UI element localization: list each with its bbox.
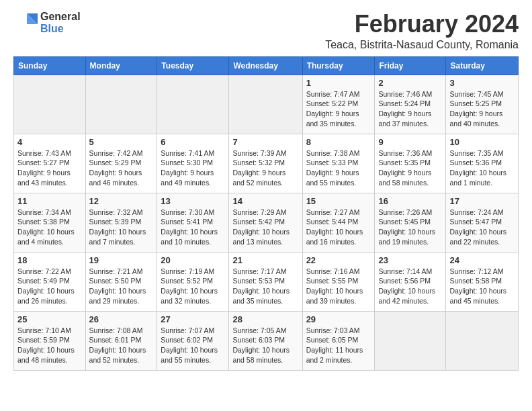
day-number: 17 bbox=[449, 196, 515, 206]
day-info: Sunrise: 7:47 AM Sunset: 5:22 PM Dayligh… bbox=[306, 89, 371, 129]
calendar-week-3: 11Sunrise: 7:34 AM Sunset: 5:38 PM Dayli… bbox=[14, 193, 519, 252]
day-info: Sunrise: 7:45 AM Sunset: 5:25 PM Dayligh… bbox=[449, 89, 515, 129]
day-info: Sunrise: 7:30 AM Sunset: 5:41 PM Dayligh… bbox=[161, 208, 225, 247]
day-number: 25 bbox=[17, 314, 82, 324]
day-number: 1 bbox=[306, 78, 371, 88]
weekday-header-wednesday: Wednesday bbox=[229, 56, 302, 75]
calendar-cell: 8Sunrise: 7:38 AM Sunset: 5:33 PM Daylig… bbox=[302, 134, 375, 193]
calendar-cell: 14Sunrise: 7:29 AM Sunset: 5:42 PM Dayli… bbox=[229, 193, 302, 252]
calendar-cell bbox=[157, 75, 229, 134]
calendar-week-1: 1Sunrise: 7:47 AM Sunset: 5:22 PM Daylig… bbox=[14, 75, 519, 134]
day-info: Sunrise: 7:10 AM Sunset: 5:59 PM Dayligh… bbox=[17, 326, 82, 365]
logo-icon bbox=[13, 11, 38, 35]
calendar-cell: 18Sunrise: 7:22 AM Sunset: 5:49 PM Dayli… bbox=[14, 252, 86, 311]
day-info: Sunrise: 7:22 AM Sunset: 5:49 PM Dayligh… bbox=[17, 267, 82, 306]
calendar-cell: 29Sunrise: 7:03 AM Sunset: 6:05 PM Dayli… bbox=[302, 311, 375, 370]
day-info: Sunrise: 7:12 AM Sunset: 5:58 PM Dayligh… bbox=[449, 267, 515, 306]
day-number: 20 bbox=[161, 255, 225, 265]
calendar-cell: 16Sunrise: 7:26 AM Sunset: 5:45 PM Dayli… bbox=[375, 193, 446, 252]
day-number: 4 bbox=[17, 137, 82, 147]
day-info: Sunrise: 7:42 AM Sunset: 5:29 PM Dayligh… bbox=[89, 148, 154, 188]
day-number: 3 bbox=[449, 78, 515, 88]
day-info: Sunrise: 7:21 AM Sunset: 5:50 PM Dayligh… bbox=[89, 267, 154, 306]
day-number: 23 bbox=[378, 255, 442, 265]
day-number: 6 bbox=[161, 137, 225, 147]
weekday-header-friday: Friday bbox=[375, 56, 446, 75]
calendar-cell: 13Sunrise: 7:30 AM Sunset: 5:41 PM Dayli… bbox=[157, 193, 229, 252]
logo-blue-text: Blue bbox=[40, 23, 81, 35]
day-number: 13 bbox=[161, 196, 225, 206]
weekday-header-sunday: Sunday bbox=[14, 56, 86, 75]
weekday-header-saturday: Saturday bbox=[446, 56, 519, 75]
day-info: Sunrise: 7:14 AM Sunset: 5:56 PM Dayligh… bbox=[378, 267, 442, 306]
calendar-cell: 20Sunrise: 7:19 AM Sunset: 5:52 PM Dayli… bbox=[157, 252, 229, 311]
calendar-cell: 5Sunrise: 7:42 AM Sunset: 5:29 PM Daylig… bbox=[85, 134, 157, 193]
day-info: Sunrise: 7:43 AM Sunset: 5:27 PM Dayligh… bbox=[17, 148, 82, 188]
logo-general-text: General bbox=[40, 11, 81, 23]
weekday-header-thursday: Thursday bbox=[302, 56, 375, 75]
calendar-cell: 9Sunrise: 7:36 AM Sunset: 5:35 PM Daylig… bbox=[375, 134, 446, 193]
calendar-cell: 2Sunrise: 7:46 AM Sunset: 5:24 PM Daylig… bbox=[375, 75, 446, 134]
day-number: 8 bbox=[306, 137, 371, 147]
calendar-header: SundayMondayTuesdayWednesdayThursdayFrid… bbox=[14, 56, 519, 75]
calendar-cell: 11Sunrise: 7:34 AM Sunset: 5:38 PM Dayli… bbox=[14, 193, 86, 252]
day-info: Sunrise: 7:26 AM Sunset: 5:45 PM Dayligh… bbox=[378, 208, 442, 247]
weekday-header-tuesday: Tuesday bbox=[157, 56, 229, 75]
day-number: 19 bbox=[89, 255, 154, 265]
calendar-cell: 1Sunrise: 7:47 AM Sunset: 5:22 PM Daylig… bbox=[302, 75, 375, 134]
day-info: Sunrise: 7:46 AM Sunset: 5:24 PM Dayligh… bbox=[378, 89, 442, 129]
day-number: 16 bbox=[378, 196, 442, 206]
calendar-cell: 22Sunrise: 7:16 AM Sunset: 5:55 PM Dayli… bbox=[302, 252, 375, 311]
day-number: 5 bbox=[89, 137, 154, 147]
calendar-cell: 27Sunrise: 7:07 AM Sunset: 6:02 PM Dayli… bbox=[157, 311, 229, 370]
month-title: February 2024 bbox=[325, 11, 519, 38]
calendar-cell: 26Sunrise: 7:08 AM Sunset: 6:01 PM Dayli… bbox=[85, 311, 157, 370]
day-number: 21 bbox=[232, 255, 298, 265]
day-info: Sunrise: 7:07 AM Sunset: 6:02 PM Dayligh… bbox=[161, 326, 225, 365]
calendar-cell: 23Sunrise: 7:14 AM Sunset: 5:56 PM Dayli… bbox=[375, 252, 446, 311]
day-info: Sunrise: 7:27 AM Sunset: 5:44 PM Dayligh… bbox=[306, 208, 371, 247]
calendar-cell: 6Sunrise: 7:41 AM Sunset: 5:30 PM Daylig… bbox=[157, 134, 229, 193]
day-info: Sunrise: 7:05 AM Sunset: 6:03 PM Dayligh… bbox=[232, 326, 298, 365]
day-number: 22 bbox=[306, 255, 371, 265]
day-info: Sunrise: 7:16 AM Sunset: 5:55 PM Dayligh… bbox=[306, 267, 371, 306]
calendar-cell bbox=[375, 311, 446, 370]
weekday-row: SundayMondayTuesdayWednesdayThursdayFrid… bbox=[14, 56, 519, 75]
calendar-cell: 28Sunrise: 7:05 AM Sunset: 6:03 PM Dayli… bbox=[229, 311, 302, 370]
calendar-cell: 3Sunrise: 7:45 AM Sunset: 5:25 PM Daylig… bbox=[446, 75, 519, 134]
page-header: General Blue February 2024 Teaca, Bistri… bbox=[13, 11, 519, 51]
calendar-cell bbox=[229, 75, 302, 134]
day-info: Sunrise: 7:39 AM Sunset: 5:32 PM Dayligh… bbox=[232, 148, 298, 188]
calendar-cell: 17Sunrise: 7:24 AM Sunset: 5:47 PM Dayli… bbox=[446, 193, 519, 252]
day-number: 29 bbox=[306, 314, 371, 324]
day-number: 18 bbox=[17, 255, 82, 265]
calendar-cell bbox=[446, 311, 519, 370]
calendar-cell: 7Sunrise: 7:39 AM Sunset: 5:32 PM Daylig… bbox=[229, 134, 302, 193]
calendar-table: SundayMondayTuesdayWednesdayThursdayFrid… bbox=[13, 56, 519, 371]
calendar-week-5: 25Sunrise: 7:10 AM Sunset: 5:59 PM Dayli… bbox=[14, 311, 519, 370]
day-number: 2 bbox=[378, 78, 442, 88]
day-number: 26 bbox=[89, 314, 154, 324]
logo-text: General Blue bbox=[40, 11, 81, 34]
calendar-week-2: 4Sunrise: 7:43 AM Sunset: 5:27 PM Daylig… bbox=[14, 134, 519, 193]
day-info: Sunrise: 7:24 AM Sunset: 5:47 PM Dayligh… bbox=[449, 208, 515, 247]
day-number: 10 bbox=[449, 137, 515, 147]
day-info: Sunrise: 7:19 AM Sunset: 5:52 PM Dayligh… bbox=[161, 267, 225, 306]
day-number: 15 bbox=[306, 196, 371, 206]
calendar-cell: 15Sunrise: 7:27 AM Sunset: 5:44 PM Dayli… bbox=[302, 193, 375, 252]
day-number: 24 bbox=[449, 255, 515, 265]
day-info: Sunrise: 7:34 AM Sunset: 5:38 PM Dayligh… bbox=[17, 208, 82, 247]
day-number: 14 bbox=[232, 196, 298, 206]
calendar-cell: 12Sunrise: 7:32 AM Sunset: 5:39 PM Dayli… bbox=[85, 193, 157, 252]
calendar-cell bbox=[85, 75, 157, 134]
day-info: Sunrise: 7:17 AM Sunset: 5:53 PM Dayligh… bbox=[232, 267, 298, 306]
calendar-cell: 19Sunrise: 7:21 AM Sunset: 5:50 PM Dayli… bbox=[85, 252, 157, 311]
day-info: Sunrise: 7:03 AM Sunset: 6:05 PM Dayligh… bbox=[306, 326, 371, 365]
day-info: Sunrise: 7:36 AM Sunset: 5:35 PM Dayligh… bbox=[378, 148, 442, 188]
day-info: Sunrise: 7:29 AM Sunset: 5:42 PM Dayligh… bbox=[232, 208, 298, 247]
title-area: February 2024 Teaca, Bistrita-Nasaud Cou… bbox=[325, 11, 519, 51]
calendar-cell: 10Sunrise: 7:35 AM Sunset: 5:36 PM Dayli… bbox=[446, 134, 519, 193]
day-info: Sunrise: 7:38 AM Sunset: 5:33 PM Dayligh… bbox=[306, 148, 371, 188]
calendar-body: 1Sunrise: 7:47 AM Sunset: 5:22 PM Daylig… bbox=[14, 75, 519, 370]
calendar-cell: 24Sunrise: 7:12 AM Sunset: 5:58 PM Dayli… bbox=[446, 252, 519, 311]
